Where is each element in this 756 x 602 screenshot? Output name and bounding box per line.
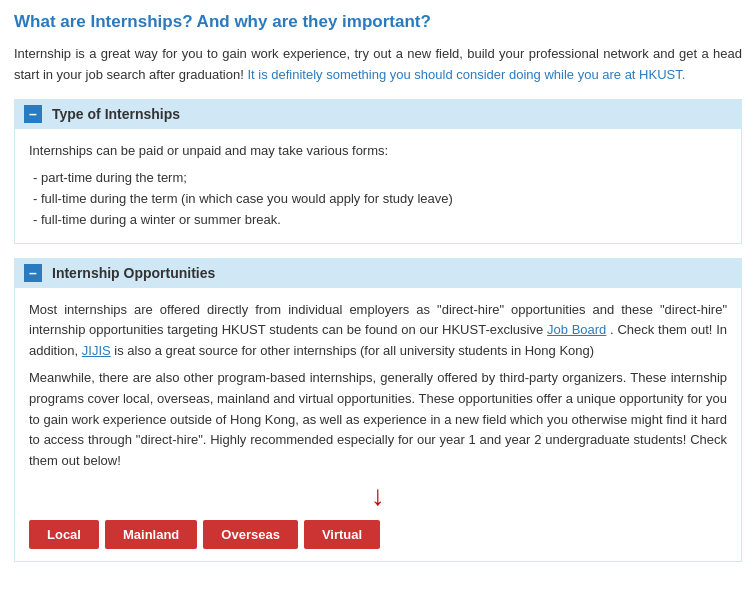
- category-button-row: Local Mainland Overseas Virtual: [29, 520, 727, 549]
- intro-text-highlight: It is definitely something you should co…: [247, 67, 685, 82]
- overseas-button[interactable]: Overseas: [203, 520, 298, 549]
- section-types: – Type of Internships Internships can be…: [14, 99, 742, 243]
- opp-text-part3: is also a great source for other interns…: [114, 343, 594, 358]
- opportunities-paragraph2: Meanwhile, there are also other program-…: [29, 368, 727, 472]
- section-types-toggle[interactable]: –: [24, 105, 42, 123]
- arrow-container: ↓: [29, 482, 727, 512]
- job-board-link[interactable]: Job Board: [547, 322, 606, 337]
- section-types-body: Internships can be paid or unpaid and ma…: [14, 129, 742, 243]
- page-title: What are Internships? And why are they i…: [14, 10, 742, 34]
- section-opportunities-title: Internship Opportunities: [52, 265, 215, 281]
- types-item-2: - full-time during the term (in which ca…: [29, 189, 727, 210]
- section-opportunities-body: Most internships are offered directly fr…: [14, 288, 742, 562]
- mainland-button[interactable]: Mainland: [105, 520, 197, 549]
- jijis-link[interactable]: JIJIS: [82, 343, 111, 358]
- types-item-3: - full-time during a winter or summer br…: [29, 210, 727, 231]
- virtual-button[interactable]: Virtual: [304, 520, 380, 549]
- arrow-down-icon: ↓: [371, 480, 385, 511]
- intro-paragraph: Internship is a great way for you to gai…: [14, 44, 742, 86]
- section-types-title: Type of Internships: [52, 106, 180, 122]
- local-button[interactable]: Local: [29, 520, 99, 549]
- types-item-1: - part-time during the term;: [29, 168, 727, 189]
- opportunities-paragraph1: Most internships are offered directly fr…: [29, 300, 727, 362]
- types-intro: Internships can be paid or unpaid and ma…: [29, 141, 727, 162]
- section-types-header: – Type of Internships: [14, 99, 742, 129]
- section-opportunities-toggle[interactable]: –: [24, 264, 42, 282]
- section-opportunities: – Internship Opportunities Most internsh…: [14, 258, 742, 562]
- section-opportunities-header: – Internship Opportunities: [14, 258, 742, 288]
